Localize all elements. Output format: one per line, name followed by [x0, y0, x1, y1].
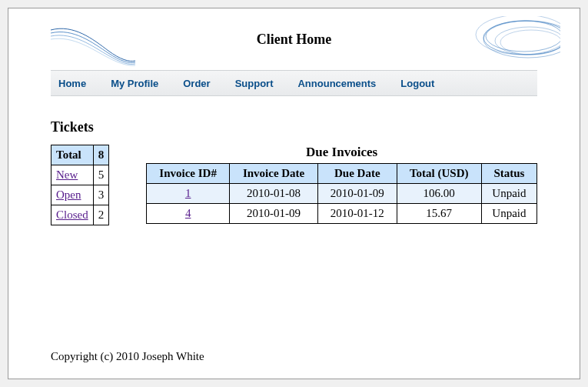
invoice-col-total: Total (USD) [397, 164, 481, 184]
due-invoices-table: Invoice ID# Invoice Date Due Date Total … [146, 163, 537, 224]
ticket-row: New 5 [51, 165, 109, 185]
ticket-status-link-new[interactable]: New [56, 168, 78, 181]
ticket-count: 5 [93, 165, 109, 185]
nav-announcements[interactable]: Announcements [297, 78, 376, 89]
ticket-count: 2 [93, 205, 109, 225]
nav-support[interactable]: Support [235, 78, 274, 89]
invoice-status: Unpaid [481, 184, 537, 204]
ticket-row: Closed 2 [51, 205, 109, 225]
due-invoices-block: Due Invoices Invoice ID# Invoice Date Du… [146, 145, 537, 224]
page-container: Client Home Home My Profile Order Suppor… [8, 8, 580, 379]
nav-home[interactable]: Home [58, 78, 86, 89]
invoice-col-status: Status [481, 164, 537, 184]
content-area: Tickets Total 8 New 5 Open 3 Closed 2 [8, 96, 580, 225]
ticket-status-link-closed[interactable]: Closed [56, 209, 88, 221]
tickets-heading: Tickets [51, 119, 537, 135]
ticket-row: Open 3 [51, 185, 109, 205]
main-nav: Home My Profile Order Support Announceme… [51, 70, 537, 96]
invoice-due-date: 2010-01-12 [318, 204, 397, 224]
nav-logout[interactable]: Logout [400, 78, 434, 89]
invoice-total: 106.00 [397, 184, 481, 204]
nav-order[interactable]: Order [183, 78, 210, 89]
ticket-count: 3 [93, 185, 109, 205]
invoice-col-id: Invoice ID# [147, 164, 230, 184]
header: Client Home [8, 8, 580, 62]
invoice-row: 1 2010-01-08 2010-01-09 106.00 Unpaid [147, 184, 537, 204]
footer-copyright: Copyright (c) 2010 Joseph White [51, 350, 204, 363]
tickets-total-label: Total [51, 145, 94, 165]
invoice-col-due: Due Date [318, 164, 397, 184]
ticket-status-link-open[interactable]: Open [56, 188, 81, 201]
invoice-date: 2010-01-09 [230, 204, 318, 224]
page-title: Client Home [8, 8, 580, 48]
invoice-col-date: Invoice Date [230, 164, 318, 184]
invoice-id-link[interactable]: 4 [185, 207, 191, 219]
due-invoices-heading: Due Invoices [146, 145, 537, 160]
invoice-id-link[interactable]: 1 [185, 187, 191, 199]
invoice-total: 15.67 [397, 204, 481, 224]
nav-my-profile[interactable]: My Profile [111, 78, 158, 89]
invoice-row: 4 2010-01-09 2010-01-12 15.67 Unpaid [147, 204, 537, 224]
invoice-date: 2010-01-08 [230, 184, 318, 204]
invoice-status: Unpaid [481, 204, 537, 224]
tickets-summary-table: Total 8 New 5 Open 3 Closed 2 [51, 145, 109, 225]
tickets-total-value: 8 [93, 145, 109, 165]
two-column-layout: Total 8 New 5 Open 3 Closed 2 Due Invoic… [51, 145, 537, 225]
invoice-due-date: 2010-01-09 [318, 184, 397, 204]
